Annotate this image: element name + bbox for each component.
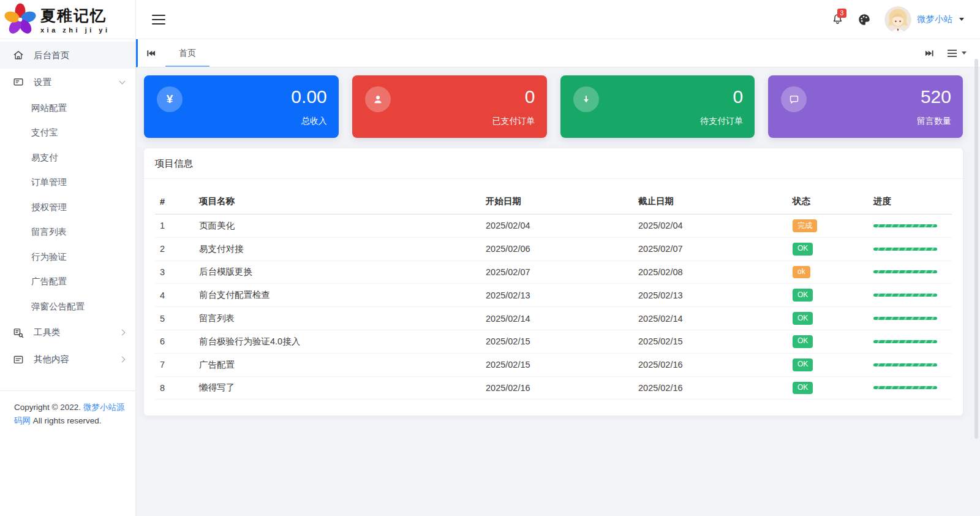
cell-project-name: 易支付对接 xyxy=(194,237,481,260)
cell-project-name: 广告配置 xyxy=(194,353,481,376)
project-table: # 项目名称 开始日期 截止日期 状态 进度 1 页面美化 2025/02/04… xyxy=(155,189,952,400)
panel-title: 项目信息 xyxy=(144,148,963,179)
sidebar-subitem-label: 网站配置 xyxy=(31,102,67,114)
stat-card-pending-orders: 0 待支付订单 xyxy=(560,75,755,138)
list-icon xyxy=(948,48,957,59)
sidebar-subitem-order-management[interactable]: 订单管理 xyxy=(0,170,135,195)
sidebar-item-label: 设置 xyxy=(34,77,51,88)
sidebar-subitem-message-list[interactable]: 留言列表 xyxy=(0,220,135,245)
status-badge: OK xyxy=(793,289,813,302)
brand: 夏稚记忆 xia zhi ji yi xyxy=(0,0,135,39)
flower-logo-icon xyxy=(4,3,37,36)
tabs-scroll-left-button[interactable] xyxy=(138,49,164,58)
sidebar-subitem-ad-config[interactable]: 广告配置 xyxy=(0,270,135,295)
stat-label: 待支付订单 xyxy=(573,116,744,127)
tab-home[interactable]: 首页 xyxy=(169,39,206,67)
tabs-options-button[interactable] xyxy=(943,48,980,59)
caret-down-icon xyxy=(962,51,967,55)
progress-bar xyxy=(873,270,937,273)
skip-end-icon xyxy=(925,49,934,58)
cell-index: 8 xyxy=(155,376,194,400)
cell-project-name: 后台模版更换 xyxy=(194,260,481,284)
column-header: 项目名称 xyxy=(194,189,481,214)
document-icon xyxy=(12,354,24,366)
sidebar-menu: 后台首页 设置 网站配置 支付宝 易支付 订单管理 授权管理 留言列表 行为验证… xyxy=(0,39,135,373)
sidebar: 夏稚记忆 xia zhi ji yi 后台首页 设置 网站配置 支付宝 xyxy=(0,0,136,516)
sidebar-item-settings[interactable]: 设置 xyxy=(0,69,135,96)
cell-project-name: 懒得写了 xyxy=(194,376,481,400)
cell-start-date: 2025/02/16 xyxy=(481,376,633,400)
cell-start-date: 2025/02/15 xyxy=(481,330,633,353)
sidebar-toggle-button[interactable] xyxy=(152,12,165,28)
notification-badge: 3 xyxy=(837,9,846,18)
table-row: 2 易支付对接 2025/02/06 2025/02/07 OK xyxy=(155,237,952,260)
sidebar-item-other-content[interactable]: 其他内容 xyxy=(0,346,135,373)
table-row: 3 后台模版更换 2025/02/07 2025/02/08 ok xyxy=(155,260,952,284)
progress-bar xyxy=(873,317,937,320)
tabbar: 首页 xyxy=(136,39,980,67)
sidebar-subitem-site-config[interactable]: 网站配置 xyxy=(0,96,135,121)
stat-label: 已支付订单 xyxy=(364,116,535,127)
sidebar-subitem-behavior-verify[interactable]: 行为验证 xyxy=(0,245,135,270)
cell-end-date: 2025/02/13 xyxy=(633,284,788,307)
scrollbar[interactable] xyxy=(974,59,978,439)
progress-bar xyxy=(873,224,937,227)
username: 微梦小站 xyxy=(917,13,952,25)
theme-button[interactable] xyxy=(858,13,871,26)
chevron-right-icon xyxy=(119,357,126,363)
cell-end-date: 2025/02/16 xyxy=(633,376,788,400)
status-badge: OK xyxy=(793,359,813,371)
progress-bar xyxy=(873,248,937,251)
sidebar-subitem-label: 支付宝 xyxy=(31,127,58,138)
stat-cards: ¥ 0.00 总收入 0 已支付订单 0 xyxy=(144,75,963,138)
sidebar-subitem-label: 订单管理 xyxy=(31,176,67,188)
sidebar-item-tools[interactable]: 工具类 xyxy=(0,319,135,346)
cell-end-date: 2025/02/14 xyxy=(633,307,788,330)
sidebar-subitem-alipay[interactable]: 支付宝 xyxy=(0,121,135,146)
sidebar-subitem-popup-notice-config[interactable]: 弹窗公告配置 xyxy=(0,294,135,319)
progress-bar xyxy=(873,340,937,343)
column-header: 状态 xyxy=(788,189,869,214)
cell-start-date: 2025/02/13 xyxy=(481,284,633,307)
cell-start-date: 2025/02/14 xyxy=(481,307,633,330)
tools-icon xyxy=(12,327,24,339)
table-row: 8 懒得写了 2025/02/16 2025/02/16 OK xyxy=(155,376,952,400)
stat-card-messages: 520 留言数量 xyxy=(768,75,963,138)
status-badge: ok xyxy=(793,266,810,279)
stat-label: 总收入 xyxy=(156,116,327,127)
cell-start-date: 2025/02/15 xyxy=(481,353,633,376)
sidebar-item-label: 其他内容 xyxy=(34,354,69,365)
user-menu[interactable]: 微梦小站 xyxy=(884,6,964,33)
status-badge: 完成 xyxy=(793,219,817,232)
sidebar-subitem-epay[interactable]: 易支付 xyxy=(0,145,135,170)
sidebar-subitem-label: 弹窗公告配置 xyxy=(31,301,85,313)
stat-label: 留言数量 xyxy=(780,116,951,127)
copyright-text: All rights reserved. xyxy=(31,416,102,425)
cell-end-date: 2025/02/16 xyxy=(633,353,788,376)
cell-index: 7 xyxy=(155,353,194,376)
palette-icon xyxy=(858,13,871,26)
project-info-panel: 项目信息 # 项目名称 开始日期 截止日期 状态 进度 1 xyxy=(144,148,963,415)
progress-bar xyxy=(873,363,937,366)
progress-bar xyxy=(873,386,937,389)
cell-project-name: 前台极验行为验证4.0接入 xyxy=(194,330,481,353)
cell-project-name: 前台支付配置检查 xyxy=(194,284,481,307)
sidebar-subitem-auth-management[interactable]: 授权管理 xyxy=(0,195,135,220)
cell-end-date: 2025/02/15 xyxy=(633,330,788,353)
skip-start-icon xyxy=(146,49,156,58)
cell-index: 5 xyxy=(155,307,194,330)
cell-index: 6 xyxy=(155,330,194,353)
table-row: 6 前台极验行为验证4.0接入 2025/02/15 2025/02/15 OK xyxy=(155,330,952,353)
table-header-row: # 项目名称 开始日期 截止日期 状态 进度 xyxy=(155,189,952,214)
status-badge: OK xyxy=(793,243,813,256)
cell-end-date: 2025/02/07 xyxy=(633,237,788,260)
status-badge: OK xyxy=(793,382,813,395)
status-badge: OK xyxy=(793,335,813,348)
sidebar-item-dashboard[interactable]: 后台首页 xyxy=(0,42,135,69)
cell-index: 4 xyxy=(155,284,194,307)
notifications-button[interactable]: 3 xyxy=(831,13,844,26)
cell-end-date: 2025/02/08 xyxy=(633,260,788,284)
tab-label: 首页 xyxy=(179,48,196,59)
tabs-scroll-right-button[interactable] xyxy=(916,49,943,58)
table-row: 1 页面美化 2025/02/04 2025/02/04 完成 xyxy=(155,214,952,238)
